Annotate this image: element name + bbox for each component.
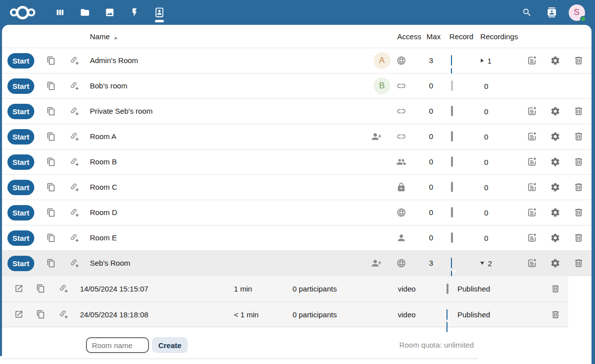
edit-room-button[interactable] <box>527 208 537 218</box>
recordings-toggle[interactable]: 0 <box>472 149 501 174</box>
record-checkbox[interactable] <box>451 156 453 167</box>
edit-details-icon <box>527 208 537 218</box>
start-button[interactable]: Start <box>7 180 34 195</box>
room-settings-button[interactable] <box>550 56 560 66</box>
record-checkbox[interactable] <box>451 131 453 142</box>
record-checkbox[interactable] <box>451 80 453 91</box>
search-button[interactable] <box>515 0 539 25</box>
add-link-button[interactable] <box>70 259 79 268</box>
delete-room-button[interactable] <box>574 56 584 66</box>
copy-room-link-button[interactable] <box>47 107 56 116</box>
app-meetings[interactable] <box>147 0 172 25</box>
copy-room-link-button[interactable] <box>47 56 56 65</box>
app-photos[interactable] <box>97 0 122 25</box>
delete-room-button[interactable] <box>574 233 584 243</box>
copy-recording-link-button[interactable] <box>36 284 45 293</box>
room-name[interactable]: Private Seb's room <box>90 99 152 124</box>
copy-room-link-button[interactable] <box>47 259 56 268</box>
delete-recording-button[interactable] <box>551 310 560 319</box>
recordings-toggle[interactable]: 0 <box>472 200 501 225</box>
create-room-button[interactable]: Create <box>152 337 188 353</box>
room-settings-button[interactable] <box>550 208 560 218</box>
share-recording-button[interactable] <box>59 284 68 293</box>
recordings-toggle[interactable]: 0 <box>472 99 501 124</box>
add-link-button[interactable] <box>70 233 79 242</box>
delete-room-button[interactable] <box>574 258 584 268</box>
delete-recording-button[interactable] <box>551 284 560 293</box>
copy-room-link-button[interactable] <box>47 132 56 141</box>
room-name[interactable]: Room E <box>90 225 117 250</box>
start-button[interactable]: Start <box>7 205 34 220</box>
add-link-button[interactable] <box>70 208 79 217</box>
edit-room-button[interactable] <box>527 258 537 268</box>
edit-room-button[interactable] <box>527 56 537 66</box>
room-settings-button[interactable] <box>550 258 560 268</box>
edit-room-button[interactable] <box>527 106 537 116</box>
copy-room-link-button[interactable] <box>47 183 56 192</box>
copy-room-link-button[interactable] <box>47 157 56 166</box>
add-link-button[interactable] <box>70 157 79 166</box>
recordings-toggle[interactable]: 2 <box>472 251 501 276</box>
room-name[interactable]: Room D <box>90 200 117 225</box>
add-link-button[interactable] <box>70 81 79 90</box>
delete-room-button[interactable] <box>574 182 584 192</box>
room-name[interactable]: Room A <box>90 124 116 149</box>
recordings-toggle[interactable]: 0 <box>472 73 501 98</box>
app-activity[interactable] <box>122 0 147 25</box>
recordings-toggle[interactable]: 0 <box>472 175 501 200</box>
record-checkbox[interactable] <box>451 182 453 192</box>
room-settings-button[interactable] <box>550 182 560 192</box>
start-button[interactable]: Start <box>7 230 34 246</box>
add-link-button[interactable] <box>70 183 79 192</box>
room-name[interactable]: Room C <box>90 175 117 200</box>
nextcloud-logo[interactable] <box>10 0 35 25</box>
user-menu[interactable]: S <box>564 0 589 25</box>
start-button[interactable]: Start <box>7 129 34 145</box>
copy-room-link-button[interactable] <box>47 233 56 242</box>
start-button[interactable]: Start <box>7 78 34 94</box>
share-recording-button[interactable] <box>59 310 68 319</box>
delete-room-button[interactable] <box>574 132 584 142</box>
copy-room-link-button[interactable] <box>47 208 56 217</box>
record-checkbox[interactable] <box>451 106 453 116</box>
start-button[interactable]: Start <box>7 154 34 170</box>
column-header-name[interactable]: Name▲ <box>90 25 118 49</box>
delete-room-button[interactable] <box>574 106 584 116</box>
start-button[interactable]: Start <box>7 104 34 119</box>
published-checkbox[interactable] <box>446 284 448 294</box>
room-name[interactable]: Admin's Room <box>90 48 138 73</box>
add-link-button[interactable] <box>70 56 79 65</box>
published-checkbox[interactable] <box>446 309 452 332</box>
contacts-button[interactable] <box>539 0 564 25</box>
open-recording-button[interactable] <box>14 284 23 293</box>
add-link-button[interactable] <box>70 107 79 116</box>
add-link-button[interactable] <box>70 132 79 141</box>
room-name[interactable]: Seb's Room <box>90 251 130 276</box>
copy-room-link-button[interactable] <box>47 81 56 90</box>
copy-recording-link-button[interactable] <box>36 310 45 319</box>
start-button[interactable]: Start <box>7 256 34 271</box>
delete-room-button[interactable] <box>574 208 584 218</box>
start-button[interactable]: Start <box>7 53 34 69</box>
recordings-toggle[interactable]: 1 <box>472 48 501 73</box>
open-recording-button[interactable] <box>14 310 23 319</box>
room-settings-button[interactable] <box>550 233 560 243</box>
recordings-toggle[interactable]: 0 <box>472 225 501 250</box>
app-dashboard[interactable] <box>48 0 73 25</box>
edit-room-button[interactable] <box>527 157 537 167</box>
delete-room-button[interactable] <box>574 157 584 167</box>
recordings-toggle[interactable]: 0 <box>472 124 501 149</box>
edit-room-button[interactable] <box>527 182 537 192</box>
room-settings-button[interactable] <box>550 132 560 142</box>
record-checkbox[interactable] <box>451 232 453 243</box>
copy-icon <box>47 208 56 217</box>
record-checkbox[interactable] <box>451 207 453 218</box>
room-settings-button[interactable] <box>550 106 560 116</box>
room-settings-button[interactable] <box>550 157 560 167</box>
edit-room-button[interactable] <box>527 233 537 243</box>
app-files[interactable] <box>73 0 97 25</box>
room-name[interactable]: Room B <box>90 149 117 174</box>
room-name-input[interactable] <box>86 337 149 353</box>
edit-room-button[interactable] <box>527 132 537 142</box>
room-name[interactable]: Bob's room <box>90 73 127 98</box>
